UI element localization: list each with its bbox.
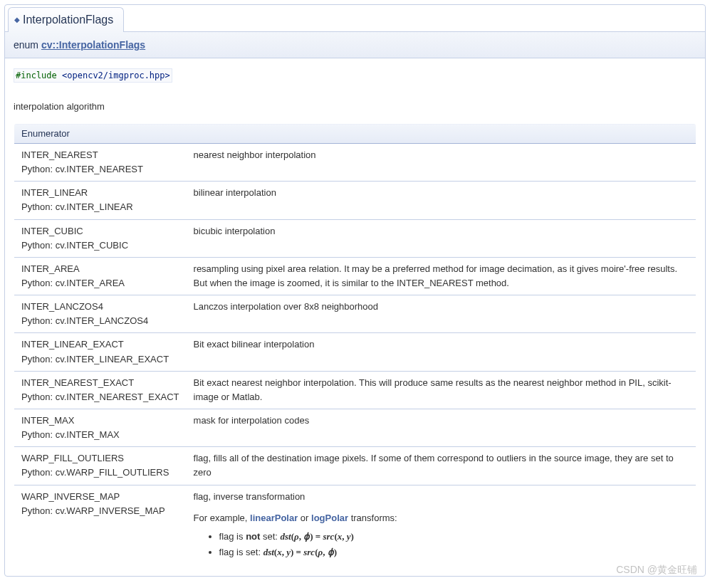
- table-row: INTER_LINEAR Python: cv.INTER_LINEAR bil…: [14, 182, 696, 219]
- enum-description: mask for interpolation codes: [187, 409, 696, 446]
- table-row: INTER_CUBIC Python: cv.INTER_CUBIC bicub…: [14, 219, 696, 257]
- link-logpolar[interactable]: logPolar: [311, 513, 348, 523]
- enum-cpp-name: INTER_LINEAR: [21, 186, 179, 200]
- enum-python-name: Python: cv.INTER_NEAREST: [21, 162, 179, 177]
- enum-python-name: Python: cv.INTER_LANCZOS4: [21, 314, 179, 328]
- enum-description: Bit exact bilinear interpolation: [187, 333, 696, 371]
- include-path: <opencv2/imgproc.hpp>: [62, 70, 170, 80]
- enum-description: Lanczos interpolation over 8x8 neighborh…: [187, 295, 696, 333]
- doc-container: ◆InterpolationFlags enum cv::Interpolati…: [4, 4, 706, 577]
- diamond-icon: ◆: [14, 16, 20, 23]
- enum-python-name: Python: cv.INTER_MAX: [21, 428, 179, 442]
- table-row: INTER_NEAREST Python: cv.INTER_NEAREST n…: [14, 144, 696, 182]
- tab-title: InterpolationFlags: [23, 14, 113, 26]
- math-expr: dst(x, y) = src(ρ, ϕ): [263, 547, 337, 557]
- enum-link[interactable]: cv::InterpolationFlags: [41, 39, 145, 51]
- enum-header: enum cv::InterpolationFlags: [5, 31, 705, 58]
- enum-cpp-name: INTER_AREA: [21, 262, 179, 276]
- enum-python-name: Python: cv.INTER_NEAREST_EXACT: [21, 390, 179, 404]
- algorithm-description: interpolation algorithm: [14, 101, 696, 112]
- list-item: flag is set: dst(x, y) = src(ρ, ϕ): [219, 545, 689, 560]
- enum-description: bilinear interpolation: [187, 182, 696, 219]
- enum-prefix: enum: [14, 39, 41, 51]
- enum-description: flag, inverse transformation For example…: [187, 485, 696, 567]
- include-directive: #include <opencv2/imgproc.hpp>: [14, 68, 172, 83]
- enum-cpp-name: INTER_NEAREST: [21, 148, 179, 162]
- enum-cpp-name: INTER_CUBIC: [21, 224, 179, 238]
- warp-inverse-para1: flag, inverse transformation: [194, 490, 689, 504]
- table-row: INTER_AREA Python: cv.INTER_AREA resampl…: [14, 257, 696, 295]
- content-area: #include <opencv2/imgproc.hpp> interpola…: [5, 58, 705, 576]
- enum-cpp-name: WARP_INVERSE_MAP: [21, 490, 179, 504]
- enumerator-table: Enumerator INTER_NEAREST Python: cv.INTE…: [14, 123, 696, 567]
- enum-description: bicubic interpolation: [187, 219, 696, 257]
- math-expr: dst(ρ, ϕ) = src(x, y): [281, 531, 354, 542]
- table-row: WARP_FILL_OUTLIERS Python: cv.WARP_FILL_…: [14, 447, 696, 485]
- enum-python-name: Python: cv.INTER_LINEAR_EXACT: [21, 352, 179, 367]
- enum-cpp-name: INTER_LINEAR_EXACT: [21, 337, 179, 352]
- enum-cpp-name: WARP_FILL_OUTLIERS: [21, 451, 179, 466]
- link-linearpolar[interactable]: linearPolar: [250, 513, 298, 523]
- include-keyword: #include: [16, 70, 57, 80]
- enum-description: flag, fills all of the destination image…: [187, 447, 696, 485]
- warp-inverse-para2: For example, linearPolar or logPolar tra…: [194, 511, 689, 525]
- enum-python-name: Python: cv.WARP_INVERSE_MAP: [21, 504, 179, 518]
- tab-row: ◆InterpolationFlags: [5, 6, 705, 31]
- table-row: INTER_MAX Python: cv.INTER_MAX mask for …: [14, 409, 696, 446]
- table-row: INTER_NEAREST_EXACT Python: cv.INTER_NEA…: [14, 371, 696, 409]
- table-row: INTER_LINEAR_EXACT Python: cv.INTER_LINE…: [14, 333, 696, 371]
- list-item: flag is not set: dst(ρ, ϕ) = src(x, y): [219, 530, 689, 544]
- enum-description: resampling using pixel area relation. It…: [187, 257, 696, 295]
- enum-cpp-name: INTER_LANCZOS4: [21, 300, 179, 314]
- enum-python-name: Python: cv.INTER_AREA: [21, 276, 179, 290]
- tab-interpolationflags[interactable]: ◆InterpolationFlags: [8, 7, 124, 32]
- enum-cpp-name: INTER_NEAREST_EXACT: [21, 376, 179, 390]
- warp-inverse-list: flag is not set: dst(ρ, ϕ) = src(x, y) f…: [194, 530, 689, 560]
- enum-python-name: Python: cv.INTER_LINEAR: [21, 200, 179, 214]
- enum-python-name: Python: cv.INTER_CUBIC: [21, 238, 179, 253]
- enum-description: nearest neighbor interpolation: [187, 144, 696, 182]
- table-header: Enumerator: [14, 124, 696, 144]
- enum-cpp-name: INTER_MAX: [21, 414, 179, 428]
- enum-description: Bit exact nearest neighbor interpolation…: [187, 371, 696, 409]
- enum-python-name: Python: cv.WARP_FILL_OUTLIERS: [21, 466, 179, 480]
- table-row: WARP_INVERSE_MAP Python: cv.WARP_INVERSE…: [14, 485, 696, 567]
- table-row: INTER_LANCZOS4 Python: cv.INTER_LANCZOS4…: [14, 295, 696, 333]
